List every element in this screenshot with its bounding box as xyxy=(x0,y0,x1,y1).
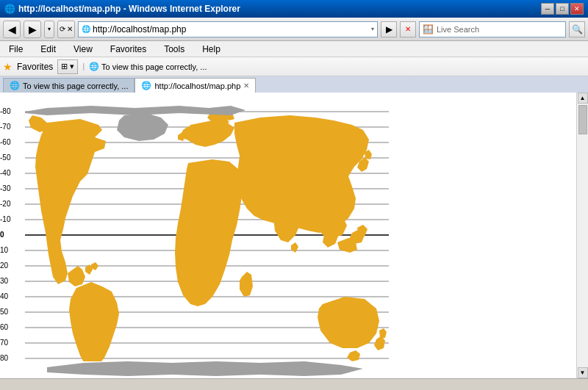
lat-label-n70: -70 xyxy=(0,123,10,131)
scroll-up-button[interactable]: ▲ xyxy=(578,93,588,104)
tabbar: 🌐 To view this page correctly, ... 🌐 htt… xyxy=(0,76,588,93)
tab-0-label: To view this page correctly, ... xyxy=(23,82,128,90)
favorites-grid-button[interactable]: ⊞ ▾ xyxy=(57,59,78,74)
address-text: http://localhost/map.php xyxy=(93,24,371,35)
forward-button[interactable]: ▶ xyxy=(24,21,41,38)
menu-view[interactable]: View xyxy=(71,43,96,56)
favorites-item-1[interactable]: 🌐 To view this page correctly, ... xyxy=(89,62,207,71)
lat-label-40: 40 xyxy=(0,292,8,300)
search-submit-button[interactable]: 🔍 xyxy=(569,21,585,37)
fav-ie-icon-1: 🌐 xyxy=(89,62,99,71)
lat-label-n50: -50 xyxy=(0,154,10,162)
lat-label-n30: -30 xyxy=(0,184,10,192)
tab-1-icon: 🌐 xyxy=(141,81,151,90)
tab-0[interactable]: 🌐 To view this page correctly, ... xyxy=(3,78,135,93)
lat-label-10: 10 xyxy=(0,246,8,254)
windows-flag-icon: 🪟 xyxy=(423,24,434,35)
favorites-label: Favorites xyxy=(17,62,53,72)
history-dropdown[interactable]: ▾ xyxy=(44,21,54,38)
favorites-bar: ★ Favorites ⊞ ▾ | 🌐 To view this page co… xyxy=(0,57,588,76)
address-ie-icon: 🌐 xyxy=(82,25,90,33)
lat-label-20: 20 xyxy=(0,261,8,270)
stop-button[interactable]: ✕ xyxy=(400,21,416,37)
favorites-star-icon: ★ xyxy=(3,61,12,73)
lat-label-n10: -10 xyxy=(0,215,10,223)
go-button[interactable]: ▶ xyxy=(381,21,397,37)
search-placeholder: Live Search xyxy=(437,25,479,34)
vertical-scrollbar[interactable]: ▲ ▼ xyxy=(576,93,588,378)
menu-favorites[interactable]: Favorites xyxy=(107,43,149,56)
tab-0-icon: 🌐 xyxy=(10,81,20,90)
tab-1-close[interactable]: ✕ xyxy=(243,82,249,90)
menu-file[interactable]: File xyxy=(6,43,26,56)
lat-label-70: 70 xyxy=(0,339,8,347)
lat-label-n40: -40 xyxy=(0,169,10,177)
tab-1[interactable]: 🌐 http://localhost/map.php ✕ xyxy=(135,78,256,93)
menu-edit[interactable]: Edit xyxy=(37,43,59,56)
search-box[interactable]: 🪟 Live Search xyxy=(419,21,566,37)
lat-label-0: 0 xyxy=(0,231,4,239)
titlebar: 🌐 http://localhost/map.php - Windows Int… xyxy=(0,0,588,18)
tab-1-label: http://localhost/map.php xyxy=(154,82,240,90)
lat-label-n20: -20 xyxy=(0,200,10,208)
scroll-thumb[interactable] xyxy=(578,105,587,134)
statusbar xyxy=(0,378,588,390)
menu-help[interactable]: Help xyxy=(199,43,223,56)
lat-label-n80: -80 xyxy=(0,107,10,115)
lat-label-30: 30 xyxy=(0,277,8,285)
page-content: -80 -70 -60 -50 -40 -30 -20 -10 0 10 20 … xyxy=(0,93,576,378)
window-controls: ─ □ ✕ xyxy=(541,3,584,15)
favorites-separator: | xyxy=(82,62,85,71)
back-button[interactable]: ◀ xyxy=(3,21,21,38)
scroll-down-button[interactable]: ▼ xyxy=(578,367,588,378)
minimize-button[interactable]: ─ xyxy=(541,3,554,15)
lat-label-80: 80 xyxy=(0,354,8,362)
menu-tools[interactable]: Tools xyxy=(161,43,187,56)
content-area: -80 -70 -60 -50 -40 -30 -20 -10 0 10 20 … xyxy=(0,93,588,378)
menubar: File Edit View Favorites Tools Help xyxy=(0,41,588,57)
ie-icon: 🌐 xyxy=(4,4,15,14)
navigation-toolbar: ◀ ▶ ▾ ⟳ ✕ 🌐 http://localhost/map.php ▾ ▶… xyxy=(0,18,588,41)
lat-label-50: 50 xyxy=(0,308,8,316)
address-bar[interactable]: 🌐 http://localhost/map.php ▾ xyxy=(78,21,378,37)
world-map-svg xyxy=(25,104,389,378)
map-container: -80 -70 -60 -50 -40 -30 -20 -10 0 10 20 … xyxy=(0,100,576,378)
lat-label-n60: -60 xyxy=(0,138,10,146)
refresh-stop-button[interactable]: ⟳ ✕ xyxy=(57,21,75,38)
close-button[interactable]: ✕ xyxy=(570,3,584,15)
lat-label-60: 60 xyxy=(0,323,8,331)
window-title: 🌐 http://localhost/map.php - Windows Int… xyxy=(4,4,240,14)
maximize-button[interactable]: □ xyxy=(556,3,569,15)
address-dropdown-icon[interactable]: ▾ xyxy=(371,26,374,32)
